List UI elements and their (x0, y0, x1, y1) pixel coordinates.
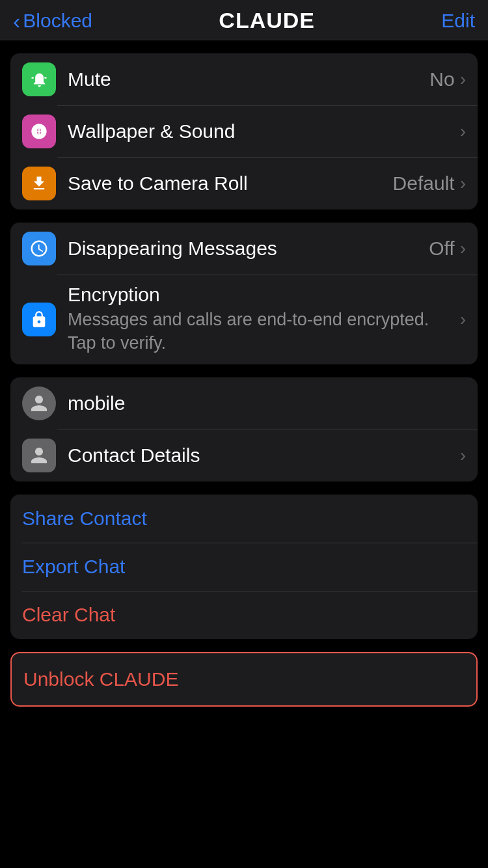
disappearing-messages-row[interactable]: Disappearing Messages Off › (10, 223, 478, 275)
contact-details-icon (22, 439, 56, 472)
svg-rect-1 (44, 77, 47, 79)
disappearing-messages-icon (22, 232, 56, 265)
contact-details-chevron-icon: › (460, 445, 466, 466)
actions-section: Share Contact Export Chat Clear Chat (10, 495, 478, 639)
save-camera-roll-row[interactable]: Save to Camera Roll Default › (10, 157, 478, 210)
clear-chat-row[interactable]: Clear Chat (10, 591, 478, 639)
export-chat-row[interactable]: Export Chat (10, 543, 478, 591)
page-title: CLAUDE (219, 8, 315, 33)
contact-details-row[interactable]: Contact Details › (10, 429, 478, 481)
unblock-label: Unblock CLAUDE (23, 668, 178, 690)
mobile-label: mobile (68, 392, 466, 414)
mute-value: No (429, 68, 454, 90)
mute-chevron-icon: › (460, 69, 466, 90)
save-camera-roll-value: Default (393, 172, 455, 195)
wallpaper-row[interactable]: Wallpaper & Sound › (10, 105, 478, 157)
mobile-phone-row: mobile (10, 377, 478, 429)
save-camera-roll-chevron-icon: › (460, 173, 466, 194)
edit-button[interactable]: Edit (441, 10, 475, 32)
unblock-button[interactable]: Unblock CLAUDE (12, 653, 476, 705)
back-button[interactable]: ‹ Blocked (13, 10, 92, 32)
wallpaper-icon (22, 115, 56, 148)
disappearing-messages-label: Disappearing Messages (68, 237, 429, 260)
encryption-row[interactable]: Encryption Messages and calls are end-to… (10, 275, 478, 364)
encryption-sublabel: Messages and calls are end-to-end encryp… (68, 308, 460, 355)
save-camera-roll-label: Save to Camera Roll (68, 172, 393, 195)
unblock-section: Unblock CLAUDE (10, 652, 478, 707)
contact-details-label: Contact Details (68, 444, 460, 467)
contact-section: mobile Contact Details › (10, 377, 478, 481)
notifications-section: Mute No › Wallpaper & Sound › (10, 53, 478, 210)
share-contact-label: Share Contact (22, 508, 147, 530)
back-chevron-icon: ‹ (13, 10, 20, 32)
mute-icon (22, 62, 56, 96)
mobile-avatar (22, 387, 56, 420)
encryption-text: Encryption Messages and calls are end-to… (68, 284, 460, 355)
disappearing-messages-chevron-icon: › (460, 238, 466, 259)
privacy-section: Disappearing Messages Off › Encryption M… (10, 223, 478, 364)
mute-row[interactable]: Mute No › (10, 53, 478, 105)
encryption-icon (22, 303, 56, 336)
navigation-header: ‹ Blocked CLAUDE Edit (0, 0, 488, 40)
disappearing-messages-value: Off (429, 237, 454, 260)
mute-label: Mute (68, 68, 429, 90)
clear-chat-label: Clear Chat (22, 604, 115, 626)
wallpaper-label: Wallpaper & Sound (68, 120, 460, 142)
encryption-chevron-icon: › (460, 309, 466, 330)
content-area: Mute No › Wallpaper & Sound › (0, 40, 488, 720)
back-label: Blocked (23, 10, 92, 32)
encryption-label: Encryption (68, 284, 460, 306)
share-contact-row[interactable]: Share Contact (10, 495, 478, 543)
save-camera-roll-icon (22, 167, 56, 200)
svg-rect-0 (31, 77, 34, 79)
wallpaper-chevron-icon: › (460, 121, 466, 142)
export-chat-label: Export Chat (22, 556, 125, 578)
